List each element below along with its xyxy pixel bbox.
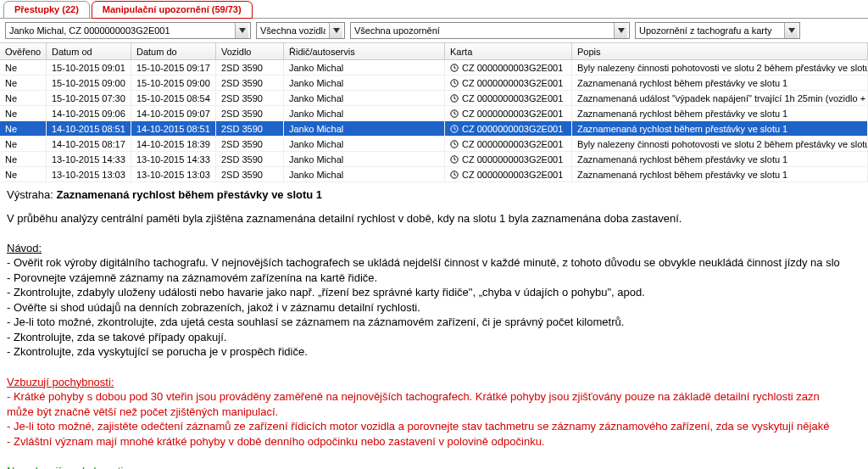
source-input[interactable]: [636, 23, 784, 38]
guide-line: - Ověřit rok výroby digitálního tachogra…: [7, 255, 861, 271]
driver-input[interactable]: [6, 23, 235, 38]
clock-icon: [450, 125, 459, 133]
tab-violations[interactable]: Přestupky (22): [3, 1, 90, 19]
table-row[interactable]: Ne15-10-2015 07:3015-10-2015 08:542SD 35…: [0, 91, 868, 106]
guide-heading: Návod:: [7, 241, 861, 256]
driver-combo[interactable]: [5, 22, 251, 39]
col-vehicle[interactable]: Vozidlo: [216, 43, 284, 59]
table-row[interactable]: Ne13-10-2015 14:3313-10-2015 14:332SD 35…: [0, 152, 868, 167]
detail-pane: Výstraha: Zaznamenaná rychlost během pře…: [0, 182, 868, 469]
cell-driver: Janko Michal: [284, 106, 445, 120]
alerts-grid: Ověřeno Datum od Datum do Vozidlo Řidič/…: [0, 42, 868, 182]
alert-title: Zaznamenaná rychlost během přestávky ve …: [57, 188, 323, 201]
cell-card: CZ 0000000003G2E001: [445, 106, 572, 120]
chevron-down-icon[interactable]: [329, 23, 342, 38]
guide-line: - Je-li toto možné, zkontrolujte, zda uj…: [7, 315, 861, 330]
cell-date-to: 13-10-2015 14:33: [131, 152, 216, 166]
cell-date-from: 14-10-2015 08:17: [47, 137, 131, 151]
col-card[interactable]: Karta: [445, 43, 572, 59]
col-date-from[interactable]: Datum od: [47, 43, 131, 59]
source-combo[interactable]: [635, 22, 800, 39]
col-driver[interactable]: Řidič/autoservis: [284, 43, 445, 59]
col-verified[interactable]: Ověřeno: [0, 43, 47, 59]
cell-vehicle: 2SD 3590: [216, 137, 284, 151]
doubt-line: - Zvláštní význam mají mnohé krátké pohy…: [7, 434, 861, 449]
cell-vehicle: 2SD 3590: [216, 60, 284, 75]
clock-icon: [450, 155, 459, 164]
cell-driver: Janko Michal: [284, 137, 445, 151]
cell-driver: Janko Michal: [284, 152, 445, 166]
cell-desc: Zaznamenaná rychlost během přestávky ve …: [572, 75, 868, 90]
guide-line: - Ověřte si shod uúdajů na denních zobra…: [7, 300, 861, 315]
cell-date-from: 13-10-2015 14:33: [47, 152, 131, 166]
col-desc[interactable]: Popis: [572, 43, 868, 59]
cell-desc: Byly nalezeny činnosti pohotovosti ve sl…: [572, 60, 868, 75]
cell-verified: Ne: [0, 152, 47, 166]
cell-date-to: 14-10-2015 18:39: [131, 137, 216, 151]
table-row[interactable]: Ne15-10-2015 09:0115-10-2015 09:172SD 35…: [0, 60, 868, 75]
vehicles-combo[interactable]: [256, 22, 345, 39]
vehicles-input[interactable]: [257, 23, 329, 38]
cell-desc: Zaznamenaná rychlost během přestávky ve …: [572, 121, 868, 136]
cell-date-from: 15-10-2015 09:00: [47, 75, 131, 90]
cell-desc: Byly nalezeny činnosti pohotovosti ve sl…: [572, 137, 868, 151]
cell-date-to: 14-10-2015 09:07: [131, 106, 216, 120]
cell-date-to: 15-10-2015 08:54: [131, 91, 216, 105]
clock-icon: [450, 79, 459, 87]
table-row[interactable]: Ne14-10-2015 08:5114-10-2015 08:512SD 35…: [0, 121, 868, 137]
cell-verified: Ne: [0, 121, 47, 136]
alerts-combo[interactable]: [350, 22, 630, 39]
cell-verified: Ne: [0, 137, 47, 151]
cell-vehicle: 2SD 3590: [216, 75, 284, 90]
clock-icon: [450, 64, 459, 72]
cell-driver: Janko Michal: [284, 60, 445, 75]
table-row[interactable]: Ne15-10-2015 09:0015-10-2015 09:002SD 35…: [0, 75, 868, 91]
cell-card: CZ 0000000003G2E001: [445, 60, 572, 75]
cell-card: CZ 0000000003G2E001: [445, 137, 572, 151]
table-row[interactable]: Ne14-10-2015 09:0614-10-2015 09:072SD 35…: [0, 106, 868, 121]
table-row[interactable]: Ne14-10-2015 08:1714-10-2015 18:392SD 35…: [0, 137, 868, 152]
cell-date-to: 15-10-2015 09:00: [131, 75, 216, 90]
cell-desc: Zaznamenaná rychlost během přestávky ve …: [572, 152, 868, 166]
cell-verified: Ne: [0, 167, 47, 181]
cell-verified: Ne: [0, 75, 47, 90]
cell-vehicle: 2SD 3590: [216, 106, 284, 120]
cell-date-from: 15-10-2015 09:01: [47, 60, 131, 75]
tab-manipulation-alerts[interactable]: Manipulační upozornění (59/73): [92, 1, 253, 19]
clock-icon: [450, 109, 459, 118]
chevron-down-icon[interactable]: [784, 23, 798, 38]
nodoubt-heading: Nevzduzují pochybnosti:: [7, 464, 861, 469]
cell-driver: Janko Michal: [284, 75, 445, 90]
clock-icon: [450, 170, 459, 179]
guide-line: - Porovnejte vzájemně záznamy na záznamo…: [7, 271, 861, 286]
cell-verified: Ne: [0, 60, 47, 75]
cell-card: CZ 0000000003G2E001: [445, 75, 572, 90]
cell-date-to: 15-10-2015 09:17: [131, 60, 216, 75]
table-row[interactable]: Ne13-10-2015 13:0313-10-2015 13:032SD 35…: [0, 167, 868, 182]
doubt-line: - Je-li toto možné, zajistěte odečtení z…: [7, 419, 861, 434]
guide-line: - Zkontrolujte, zdabyly uloženy události…: [7, 285, 861, 300]
cell-date-from: 14-10-2015 08:51: [47, 121, 131, 136]
alert-label: Výstraha:: [7, 188, 57, 201]
cell-card: CZ 0000000003G2E001: [445, 152, 572, 166]
grid-header: Ověřeno Datum od Datum do Vozidlo Řidič/…: [0, 43, 868, 60]
guide-line: - Zkontrolujte, zda se takové případy op…: [7, 330, 861, 345]
alert-heading: Výstraha: Zaznamenaná rychlost během pře…: [7, 187, 861, 203]
chevron-down-icon[interactable]: [235, 23, 248, 38]
doubt-heading: Vzbuzují pochybnosti:: [7, 375, 861, 390]
cell-desc: Zaznamenaná rychlost během přestávky ve …: [572, 106, 868, 120]
col-date-to[interactable]: Datum do: [131, 43, 216, 59]
cell-card: CZ 0000000003G2E001: [445, 121, 572, 136]
cell-driver: Janko Michal: [284, 121, 445, 136]
cell-date-from: 13-10-2015 13:03: [47, 167, 131, 181]
cell-desc: Zaznamenaná rychlost během přestávky ve …: [572, 167, 868, 181]
doubt-line: - Krátké pohyby s dobou pod 30 vteřin js…: [7, 389, 861, 405]
alert-intro: V průběhu analýzy centrální paměti byla …: [7, 211, 861, 226]
cell-verified: Ne: [0, 91, 47, 105]
chevron-down-icon[interactable]: [614, 23, 627, 38]
cell-date-to: 13-10-2015 13:03: [131, 167, 216, 181]
alerts-input[interactable]: [351, 23, 614, 38]
cell-vehicle: 2SD 3590: [216, 91, 284, 105]
cell-card: CZ 0000000003G2E001: [445, 167, 572, 181]
cell-date-from: 14-10-2015 09:06: [47, 106, 131, 120]
